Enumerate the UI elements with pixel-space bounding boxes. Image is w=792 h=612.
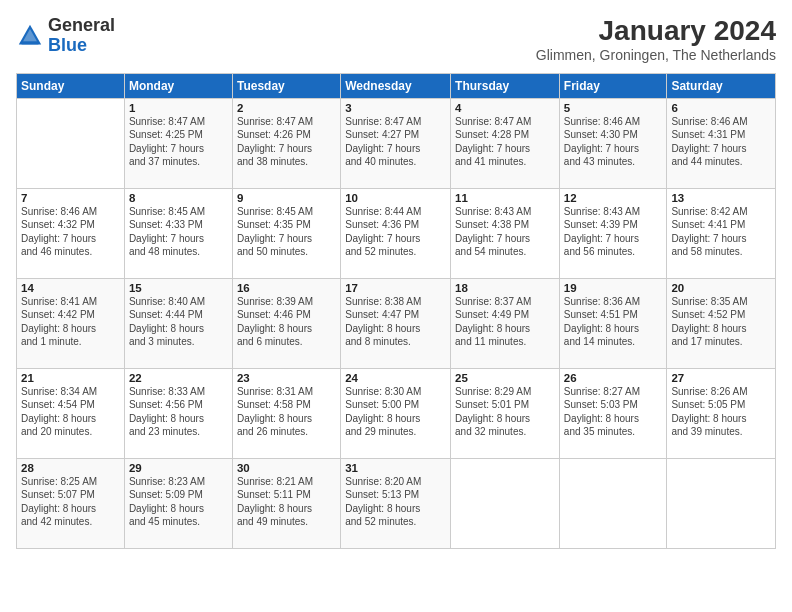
calendar-cell <box>559 458 667 548</box>
calendar-cell: 5Sunrise: 8:46 AMSunset: 4:30 PMDaylight… <box>559 98 667 188</box>
day-info: Sunrise: 8:46 AMSunset: 4:30 PMDaylight:… <box>564 115 663 169</box>
day-info: Sunrise: 8:43 AMSunset: 4:39 PMDaylight:… <box>564 205 663 259</box>
calendar-cell: 3Sunrise: 8:47 AMSunset: 4:27 PMDaylight… <box>341 98 451 188</box>
day-number: 27 <box>671 372 771 384</box>
day-number: 15 <box>129 282 228 294</box>
day-number: 10 <box>345 192 446 204</box>
calendar-week-5: 28Sunrise: 8:25 AMSunset: 5:07 PMDayligh… <box>17 458 776 548</box>
logo-blue: Blue <box>48 36 115 56</box>
day-number: 22 <box>129 372 228 384</box>
calendar-cell <box>667 458 776 548</box>
calendar-cell: 15Sunrise: 8:40 AMSunset: 4:44 PMDayligh… <box>124 278 232 368</box>
logo: General Blue <box>16 16 115 56</box>
day-info: Sunrise: 8:26 AMSunset: 5:05 PMDaylight:… <box>671 385 771 439</box>
calendar-cell: 11Sunrise: 8:43 AMSunset: 4:38 PMDayligh… <box>451 188 560 278</box>
day-info: Sunrise: 8:39 AMSunset: 4:46 PMDaylight:… <box>237 295 336 349</box>
day-number: 18 <box>455 282 555 294</box>
day-info: Sunrise: 8:47 AMSunset: 4:28 PMDaylight:… <box>455 115 555 169</box>
day-info: Sunrise: 8:41 AMSunset: 4:42 PMDaylight:… <box>21 295 120 349</box>
day-info: Sunrise: 8:33 AMSunset: 4:56 PMDaylight:… <box>129 385 228 439</box>
day-info: Sunrise: 8:20 AMSunset: 5:13 PMDaylight:… <box>345 475 446 529</box>
calendar-cell: 6Sunrise: 8:46 AMSunset: 4:31 PMDaylight… <box>667 98 776 188</box>
calendar-cell: 16Sunrise: 8:39 AMSunset: 4:46 PMDayligh… <box>232 278 340 368</box>
day-number: 16 <box>237 282 336 294</box>
day-info: Sunrise: 8:46 AMSunset: 4:31 PMDaylight:… <box>671 115 771 169</box>
calendar-cell: 25Sunrise: 8:29 AMSunset: 5:01 PMDayligh… <box>451 368 560 458</box>
day-number: 31 <box>345 462 446 474</box>
calendar-cell: 17Sunrise: 8:38 AMSunset: 4:47 PMDayligh… <box>341 278 451 368</box>
day-number: 6 <box>671 102 771 114</box>
calendar-cell: 23Sunrise: 8:31 AMSunset: 4:58 PMDayligh… <box>232 368 340 458</box>
day-number: 23 <box>237 372 336 384</box>
title-block: January 2024 Glimmen, Groningen, The Net… <box>536 16 776 63</box>
day-info: Sunrise: 8:37 AMSunset: 4:49 PMDaylight:… <box>455 295 555 349</box>
calendar-header-row: SundayMondayTuesdayWednesdayThursdayFrid… <box>17 73 776 98</box>
calendar-header-friday: Friday <box>559 73 667 98</box>
svg-rect-2 <box>22 41 39 44</box>
location: Glimmen, Groningen, The Netherlands <box>536 47 776 63</box>
day-info: Sunrise: 8:45 AMSunset: 4:35 PMDaylight:… <box>237 205 336 259</box>
day-info: Sunrise: 8:47 AMSunset: 4:26 PMDaylight:… <box>237 115 336 169</box>
calendar-cell: 24Sunrise: 8:30 AMSunset: 5:00 PMDayligh… <box>341 368 451 458</box>
calendar-cell: 9Sunrise: 8:45 AMSunset: 4:35 PMDaylight… <box>232 188 340 278</box>
day-number: 3 <box>345 102 446 114</box>
month-title: January 2024 <box>536 16 776 47</box>
day-info: Sunrise: 8:42 AMSunset: 4:41 PMDaylight:… <box>671 205 771 259</box>
calendar-cell: 12Sunrise: 8:43 AMSunset: 4:39 PMDayligh… <box>559 188 667 278</box>
calendar-header-thursday: Thursday <box>451 73 560 98</box>
calendar-cell: 28Sunrise: 8:25 AMSunset: 5:07 PMDayligh… <box>17 458 125 548</box>
day-info: Sunrise: 8:23 AMSunset: 5:09 PMDaylight:… <box>129 475 228 529</box>
day-info: Sunrise: 8:36 AMSunset: 4:51 PMDaylight:… <box>564 295 663 349</box>
calendar-table: SundayMondayTuesdayWednesdayThursdayFrid… <box>16 73 776 549</box>
day-info: Sunrise: 8:34 AMSunset: 4:54 PMDaylight:… <box>21 385 120 439</box>
calendar-cell: 21Sunrise: 8:34 AMSunset: 4:54 PMDayligh… <box>17 368 125 458</box>
calendar-cell: 27Sunrise: 8:26 AMSunset: 5:05 PMDayligh… <box>667 368 776 458</box>
day-number: 1 <box>129 102 228 114</box>
calendar-cell: 4Sunrise: 8:47 AMSunset: 4:28 PMDaylight… <box>451 98 560 188</box>
logo-text: General Blue <box>48 16 115 56</box>
calendar-week-1: 1Sunrise: 8:47 AMSunset: 4:25 PMDaylight… <box>17 98 776 188</box>
calendar-cell: 8Sunrise: 8:45 AMSunset: 4:33 PMDaylight… <box>124 188 232 278</box>
logo-general: General <box>48 16 115 36</box>
calendar-cell: 29Sunrise: 8:23 AMSunset: 5:09 PMDayligh… <box>124 458 232 548</box>
calendar-header-wednesday: Wednesday <box>341 73 451 98</box>
calendar-week-3: 14Sunrise: 8:41 AMSunset: 4:42 PMDayligh… <box>17 278 776 368</box>
day-number: 5 <box>564 102 663 114</box>
day-number: 4 <box>455 102 555 114</box>
day-info: Sunrise: 8:27 AMSunset: 5:03 PMDaylight:… <box>564 385 663 439</box>
calendar-cell: 7Sunrise: 8:46 AMSunset: 4:32 PMDaylight… <box>17 188 125 278</box>
calendar-header-tuesday: Tuesday <box>232 73 340 98</box>
day-number: 8 <box>129 192 228 204</box>
day-info: Sunrise: 8:35 AMSunset: 4:52 PMDaylight:… <box>671 295 771 349</box>
calendar-cell: 1Sunrise: 8:47 AMSunset: 4:25 PMDaylight… <box>124 98 232 188</box>
day-info: Sunrise: 8:38 AMSunset: 4:47 PMDaylight:… <box>345 295 446 349</box>
day-number: 13 <box>671 192 771 204</box>
day-info: Sunrise: 8:40 AMSunset: 4:44 PMDaylight:… <box>129 295 228 349</box>
calendar-cell: 14Sunrise: 8:41 AMSunset: 4:42 PMDayligh… <box>17 278 125 368</box>
day-number: 17 <box>345 282 446 294</box>
calendar-cell: 2Sunrise: 8:47 AMSunset: 4:26 PMDaylight… <box>232 98 340 188</box>
logo-icon <box>16 22 44 50</box>
calendar-week-4: 21Sunrise: 8:34 AMSunset: 4:54 PMDayligh… <box>17 368 776 458</box>
day-info: Sunrise: 8:21 AMSunset: 5:11 PMDaylight:… <box>237 475 336 529</box>
day-number: 26 <box>564 372 663 384</box>
day-info: Sunrise: 8:44 AMSunset: 4:36 PMDaylight:… <box>345 205 446 259</box>
day-info: Sunrise: 8:25 AMSunset: 5:07 PMDaylight:… <box>21 475 120 529</box>
day-number: 11 <box>455 192 555 204</box>
day-number: 25 <box>455 372 555 384</box>
calendar-cell: 10Sunrise: 8:44 AMSunset: 4:36 PMDayligh… <box>341 188 451 278</box>
calendar-cell: 31Sunrise: 8:20 AMSunset: 5:13 PMDayligh… <box>341 458 451 548</box>
calendar-header-monday: Monday <box>124 73 232 98</box>
day-info: Sunrise: 8:47 AMSunset: 4:27 PMDaylight:… <box>345 115 446 169</box>
day-info: Sunrise: 8:46 AMSunset: 4:32 PMDaylight:… <box>21 205 120 259</box>
day-number: 28 <box>21 462 120 474</box>
day-info: Sunrise: 8:31 AMSunset: 4:58 PMDaylight:… <box>237 385 336 439</box>
day-number: 30 <box>237 462 336 474</box>
day-number: 2 <box>237 102 336 114</box>
day-number: 9 <box>237 192 336 204</box>
calendar-header-sunday: Sunday <box>17 73 125 98</box>
day-number: 20 <box>671 282 771 294</box>
calendar-cell: 30Sunrise: 8:21 AMSunset: 5:11 PMDayligh… <box>232 458 340 548</box>
calendar-cell: 18Sunrise: 8:37 AMSunset: 4:49 PMDayligh… <box>451 278 560 368</box>
header: General Blue January 2024 Glimmen, Groni… <box>16 16 776 63</box>
